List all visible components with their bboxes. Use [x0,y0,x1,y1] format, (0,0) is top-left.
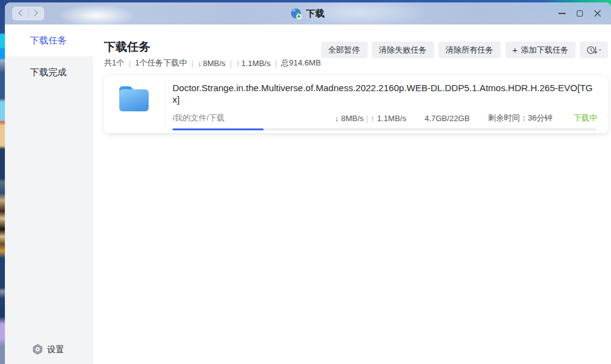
page-title: 下载任务 [104,40,321,54]
task-size: 4.7GB/22GB [424,114,470,123]
download-task-card[interactable]: Doctor.Strange.in.the.Multiverse.of.Madn… [104,76,608,133]
desktop-wallpaper-left-strip [0,0,5,364]
down-arrow-icon: ↓ [335,114,339,123]
header-left: 下载任务 共1个 | 1个任务下载中 | ↓ 8MB/s | ↑ 1 [104,40,321,69]
minimize-icon [558,13,566,14]
clear-failed-button[interactable]: 清除失败任务 [372,42,434,58]
task-details: Doctor.Strange.in.the.Multiverse.of.Madn… [172,82,597,133]
sidebar-item-download-tasks[interactable]: 下载任务 [5,24,93,56]
chevron-left-icon [17,9,23,18]
window-controls [553,6,606,21]
close-button[interactable] [588,6,606,21]
stat-downloading: 1个任务下载中 [135,58,187,69]
folder-icon [116,84,152,114]
stat-separator: | [128,59,130,68]
task-status-badge: 下载中 [573,113,597,124]
task-meta-row: /我的文件/下载 ↓ 8MB/s | ↑ 1.1MB/s 4.7GB/22GB … [172,113,597,124]
window-title: 下载 [306,8,324,20]
app-window: 下载 下载任务 下载完成 [5,2,611,364]
back-button[interactable] [12,7,28,20]
titlebar: 下载 [5,2,611,24]
forward-button[interactable] [29,7,45,20]
task-path: /我的文件/下载 [172,113,335,124]
toolbar: 全部暂停 清除失败任务 清除所有任务 + 添加下载任务 [321,42,609,58]
sidebar: 下载任务 下载完成 设置 [5,24,93,364]
main-panel: 下载任务 共1个 | 1个任务下载中 | ↓ 8MB/s | ↑ 1 [93,24,611,364]
stat-separator: | [230,59,232,68]
download-globe-icon [290,8,302,20]
pause-all-button[interactable]: 全部暂停 [321,42,368,58]
gear-icon [32,344,43,355]
minimize-button[interactable] [553,6,571,21]
sort-order-button[interactable] [580,42,608,58]
summary-stats: 共1个 | 1个任务下载中 | ↓ 8MB/s | ↑ 1.1MB/s [104,58,321,69]
chevron-right-icon [33,9,39,18]
settings-label: 设置 [47,344,64,355]
nav-button-group [12,7,44,20]
sidebar-item-download-complete[interactable]: 下载完成 [5,56,93,88]
sort-by-time-icon [587,45,602,55]
up-arrow-icon: ↑ [371,114,375,123]
close-icon [594,10,601,17]
card-divider [165,81,166,126]
stat-total-size: 总914.6MB [281,58,321,69]
task-remaining-time: 剩余时间：36分钟 [488,113,552,124]
maximize-icon [577,10,583,17]
down-arrow-icon: ↓ [198,59,202,68]
add-task-button[interactable]: + 添加下载任务 [505,42,576,58]
app-body: 下载任务 下载完成 设置 下载任务 共1个 [5,24,611,364]
stat-separator: | [275,59,276,68]
progress-bar-track [172,128,597,130]
sidebar-settings[interactable]: 设置 [32,344,64,355]
stat-up-speed: ↑ 1.1MB/s [236,59,270,68]
clear-all-button[interactable]: 清除所有任务 [439,42,501,58]
speed-separator: | [366,114,368,123]
up-arrow-icon: ↑ [236,59,240,68]
stat-count: 共1个 [104,58,124,69]
task-filename: Doctor.Strange.in.the.Multiverse.of.Madn… [172,82,597,105]
task-up-speed: 1.1MB/s [377,114,407,123]
progress-fill [172,128,264,130]
main-header: 下载任务 共1个 | 1个任务下载中 | ↓ 8MB/s | ↑ 1 [104,24,608,69]
window-title-group: 下载 [290,2,324,24]
task-speeds: ↓ 8MB/s | ↑ 1.1MB/s [335,114,406,123]
task-down-speed: 8MB/s [341,114,364,123]
stat-separator: | [191,59,193,68]
maximize-button[interactable] [571,6,588,21]
stat-down-speed: ↓ 8MB/s [198,59,225,68]
plus-icon: + [513,45,518,54]
